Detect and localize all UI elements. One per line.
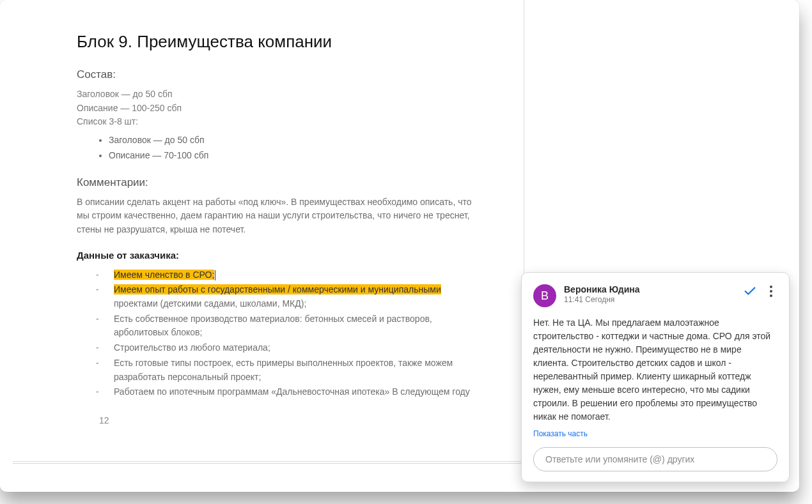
- author-block: Вероника Юдина 11:41 Сегодня: [564, 284, 743, 304]
- client-item-text: проектами (детскими садами, школами, МКД…: [114, 298, 306, 309]
- client-item: Есть готовые типы построек, есть примеры…: [96, 356, 472, 384]
- client-data-list: Имеем членство в СРО; Имеем опыт работы …: [77, 268, 472, 399]
- sostav-line: Список 3-8 шт:: [77, 115, 472, 129]
- author-name: Вероника Юдина: [564, 284, 743, 294]
- highlighted-text: Имеем членство в СРО;: [114, 270, 214, 280]
- text-cursor: [215, 270, 215, 280]
- comment-body: Нет. Не та ЦА. Мы предлагаем малоэтажное…: [533, 316, 777, 424]
- more-options-icon[interactable]: [765, 286, 777, 297]
- sostav-line: Описание — 100-250 сбп: [77, 102, 472, 116]
- sostav-heading: Состав:: [77, 68, 472, 81]
- sostav-bullets: Заголовок — до 50 сбп Описание — 70-100 …: [77, 133, 472, 164]
- comment-timestamp: 11:41 Сегодня: [564, 295, 743, 304]
- client-item: Работаем по ипотечным программам «Дальне…: [96, 385, 472, 399]
- avatar: В: [533, 284, 556, 307]
- sostav-bullet: Описание — 70-100 сбп: [109, 148, 472, 164]
- comments-heading: Комментарии:: [77, 176, 472, 189]
- sostav-line: Заголовок — до 50 сбп: [77, 88, 472, 102]
- client-item-highlighted[interactable]: Имеем членство в СРО;: [96, 268, 472, 282]
- client-item: Строительство из любого материала;: [96, 341, 472, 355]
- comments-paragraph: В описании сделать акцент на работы «под…: [77, 195, 472, 237]
- page-number: 12: [99, 415, 109, 425]
- highlighted-text: Имеем опыт работы с государственными / к…: [114, 284, 441, 294]
- window-frame: Блок 9. Преимущества компании Состав: За…: [0, 0, 799, 492]
- comment-card[interactable]: В Вероника Юдина 11:41 Сегодня Нет. Не т…: [521, 272, 790, 482]
- client-item-highlighted[interactable]: Имеем опыт работы с государственными / к…: [96, 283, 472, 310]
- block-title: Блок 9. Преимущества компании: [77, 32, 472, 52]
- show-part-link[interactable]: Показать часть: [533, 429, 588, 438]
- client-data-heading: Данные от заказчика:: [77, 250, 472, 261]
- reply-input[interactable]: [533, 447, 777, 471]
- resolve-check-icon[interactable]: [743, 284, 757, 298]
- client-item: Есть собственное производство материалов…: [96, 312, 472, 340]
- page-break-divider: [13, 461, 524, 464]
- document-page: Блок 9. Преимущества компании Состав: За…: [26, 0, 524, 464]
- sostav-bullet: Заголовок — до 50 сбп: [109, 133, 472, 148]
- comment-header: В Вероника Юдина 11:41 Сегодня: [533, 284, 777, 307]
